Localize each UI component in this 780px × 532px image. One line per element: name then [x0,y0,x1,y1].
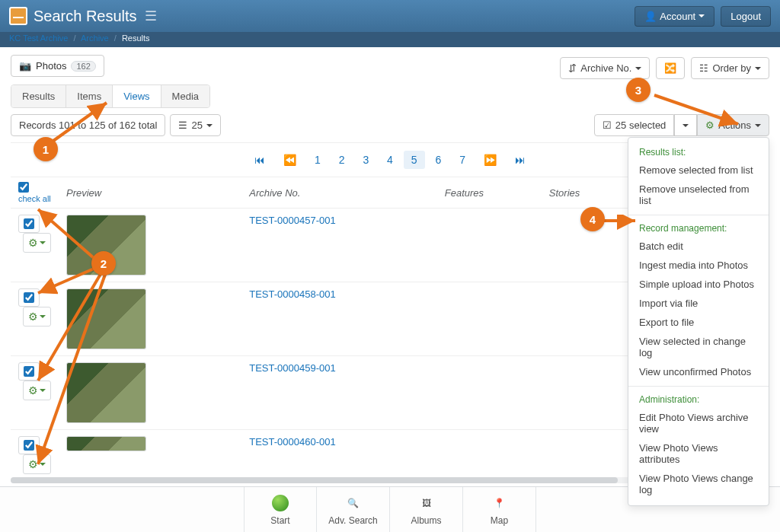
caret-down-icon [635,67,641,70]
action-import-file[interactable]: Import via file [628,294,769,313]
svg-line-1 [38,209,99,263]
col-stories: Stories [542,177,630,209]
annotation-arrow [30,266,122,472]
app-logo-icon [9,7,27,25]
archive-no-link[interactable]: TEST-0000459-001 [249,362,335,374]
photo-icon: 📷 [19,60,31,72]
action-simple-upload[interactable]: Simple upload into Photos [628,275,769,294]
svg-line-0 [53,103,107,141]
account-button[interactable]: 👤 Account [635,6,714,27]
actions-dropdown: Results list: Remove selected from list … [628,137,769,506]
annotation-2: 2 [91,251,116,276]
page-number[interactable]: 2 [331,151,353,169]
page-number[interactable]: 1 [307,151,328,169]
annotation-3: 3 [626,78,651,102]
archive-no-link[interactable]: TEST-0000460-001 [249,436,335,448]
top-navbar: Search Results ☰ 👤 Account Logout [0,0,780,32]
per-page-button[interactable]: ☰ 25 [170,114,220,136]
page-first-icon[interactable]: ⏮ [247,151,273,169]
crumb-item[interactable]: KC Test Archive [9,33,68,43]
tab-media[interactable]: Media [161,85,209,107]
account-label: Account [660,11,695,22]
action-view-unconfirmed[interactable]: View unconfirmed Photos [628,362,769,381]
page-number[interactable]: 6 [427,151,449,169]
dropdown-group-label: Results list: [628,144,769,161]
crumb-item-current: Results [122,33,150,43]
col-features: Features [437,177,542,209]
globe-icon [270,493,290,513]
bottombar-label: Albums [411,515,441,526]
caret-down-icon [755,67,761,70]
logout-label: Logout [730,11,761,22]
caret-down-icon [755,124,761,127]
action-export-file[interactable]: Export to file [628,313,769,332]
sort-label: Archive No. [580,62,631,74]
svg-line-5 [654,95,738,124]
sort-archive-no-button[interactable]: ⇵ Archive No. [560,57,650,79]
magnifier-icon: 🔍 [344,493,363,513]
dropdown-divider [628,386,769,387]
sort-icon: ⇵ [568,62,577,74]
caret-down-icon [206,124,213,127]
page-number[interactable]: 7 [452,151,473,169]
shuffle-button[interactable]: 🔀 [656,57,685,79]
page-number-current[interactable]: 5 [404,151,425,169]
bottombar-start[interactable]: Start [244,487,317,532]
pin-icon: 📍 [490,493,510,513]
page-title: Search Results [34,8,137,25]
album-icon: 🖼 [417,493,436,513]
bottombar-map[interactable]: 📍 Map [463,487,536,532]
shuffle-icon: 🔀 [664,62,676,74]
page-prev-icon[interactable]: ⏪ [276,151,304,169]
logout-button[interactable]: Logout [721,6,771,27]
order-by-label: Order by [712,62,751,74]
order-by-button[interactable]: ☷ Order by [691,57,769,79]
per-page-value: 25 [191,119,202,131]
page-number[interactable]: 4 [379,151,401,169]
annotation-arrow [46,99,122,145]
bottombar-adv-search[interactable]: 🔍 Adv. Search [317,487,390,532]
dropdown-group-label: Administration: [628,391,769,408]
bottombar-label: Map [491,515,508,526]
menu-icon[interactable]: ☰ [145,8,157,24]
breadcrumb: KC Test Archive / Archive / Results [0,32,780,47]
action-batch-edit[interactable]: Batch edit [628,237,769,256]
action-view-change-log-views[interactable]: View Photo Views change log [628,469,769,499]
dropdown-divider [628,215,769,215]
crumb-item[interactable]: Archive [81,33,109,43]
svg-line-4 [38,270,107,464]
caret-down-icon [698,14,705,18]
entity-tab-count: 162 [71,61,95,72]
annotation-1: 1 [34,137,58,161]
archive-no-link[interactable]: TEST-0000457-001 [249,215,335,226]
entity-tab-label: Photos [36,60,66,72]
archive-no-link[interactable]: TEST-0000458-001 [249,288,335,300]
page-number[interactable]: 3 [355,151,376,169]
action-edit-archive-view[interactable]: Edit Photo Views archive view [628,408,769,438]
action-remove-selected[interactable]: Remove selected from list [628,161,769,180]
list-icon: ☷ [699,62,708,74]
bottombar-albums[interactable]: 🖼 Albums [390,487,463,532]
col-archive-no: Archive No. [241,177,437,209]
bottombar-label: Adv. Search [328,515,377,526]
check-icon: ☑ [603,119,612,131]
user-icon: 👤 [644,11,657,22]
annotation-arrow [651,88,750,133]
action-view-attributes[interactable]: View Photo Views attributes [628,438,769,469]
col-preview: Preview [59,177,241,209]
page-last-icon[interactable]: ⏭ [507,151,533,169]
dropdown-group-label: Record management: [628,220,769,237]
action-remove-unselected[interactable]: Remove unselected from list [628,180,769,210]
list-icon: ☰ [178,119,187,131]
action-view-change-log[interactable]: View selected in change log [628,332,769,362]
action-ingest-media[interactable]: Ingest media into Photos [628,256,769,275]
check-all-checkbox[interactable] [18,182,29,193]
check-all-label[interactable]: check all [18,194,51,203]
entity-tab-photos[interactable]: 📷 Photos 162 [11,55,104,77]
page-next-icon[interactable]: ⏩ [476,151,504,169]
bottombar-label: Start [270,515,289,526]
annotation-4: 4 [580,207,605,231]
